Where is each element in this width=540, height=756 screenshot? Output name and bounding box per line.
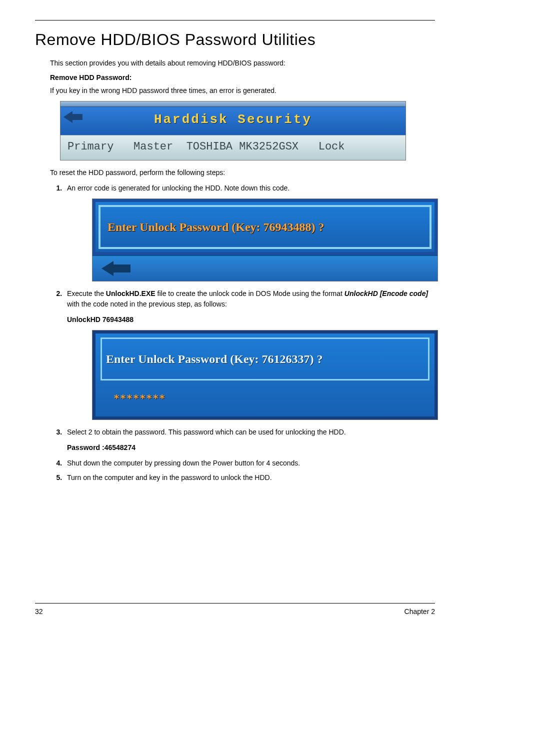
screenshot-unlock-key-1: Enter Unlock Password (Key: 76943488) ? — [92, 198, 438, 282]
page-footer: 32 Chapter 2 — [35, 603, 435, 616]
password-result: Password :46548274 — [67, 442, 435, 453]
harddisk-row: Primary Master TOSHIBA MK3252GSX Lock — [60, 135, 406, 160]
step-4: Shut down the computer by pressing down … — [64, 458, 435, 468]
screenshot-harddisk-security: Harddisk Security Primary Master TOSHIBA… — [60, 101, 406, 160]
unlock-prompt-1: Enter Unlock Password (Key: 76943488) ? — [104, 220, 324, 234]
step-3: Select 2 to obtain the password. This pa… — [64, 427, 435, 453]
step-5: Turn on the computer and key in the pass… — [64, 472, 435, 483]
unlock-prompt-2: Enter Unlock Password (Key: 76126337) ? — [106, 352, 323, 366]
unlock-command: UnlockHD 76943488 — [67, 314, 435, 325]
svg-marker-2 — [102, 261, 114, 276]
password-stars: ******** — [100, 380, 430, 412]
chapter-label: Chapter 2 — [404, 608, 435, 616]
screenshot-unlock-key-2: Enter Unlock Password (Key: 76126337) ? … — [92, 330, 438, 420]
svg-rect-1 — [72, 114, 82, 120]
svg-rect-3 — [112, 264, 130, 272]
arrow-icon — [64, 110, 84, 124]
step-1: An error code is generated for unlocking… — [64, 183, 435, 282]
svg-marker-0 — [64, 111, 72, 123]
reset-intro: To reset the HDD password, perform the f… — [50, 168, 435, 178]
arrow-icon — [102, 260, 132, 277]
intro-text: This section provides you with details a… — [50, 58, 435, 68]
error-text: If you key in the wrong HDD password thr… — [50, 86, 435, 96]
page-title: Remove HDD/BIOS Password Utilities — [35, 30, 435, 49]
harddisk-security-title: Harddisk Security — [64, 112, 402, 127]
step-2: Execute the UnlockHD.EXE file to create … — [64, 288, 435, 420]
remove-hdd-heading: Remove HDD Password: — [50, 74, 435, 82]
page-number: 32 — [35, 608, 43, 616]
